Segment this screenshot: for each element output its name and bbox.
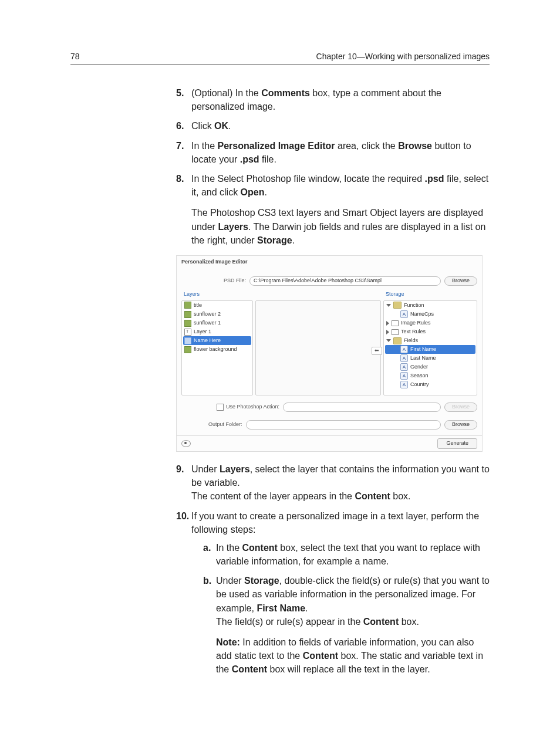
substep-number: a. <box>203 541 211 554</box>
field-icon: A <box>400 310 408 318</box>
text-layer-icon <box>184 337 191 344</box>
layer-item[interactable]: sunflower 1 <box>183 319 251 327</box>
browse-button[interactable]: Browse <box>444 276 477 286</box>
psd-file-input[interactable]: C:\Program Files\Adobe\Adobe Photoshop C… <box>249 276 441 286</box>
image-layer-icon <box>184 346 191 353</box>
image-layer-icon <box>184 302 191 309</box>
page-number: 78 <box>70 52 80 61</box>
tree-node[interactable]: Function <box>385 301 475 310</box>
layers-panel[interactable]: title sunflower 2 sunflower 1 Layer 1 Na… <box>181 300 253 395</box>
tree-node[interactable]: Image Rules <box>385 319 475 327</box>
text: In the Personalized Image Editor area, c… <box>191 141 471 164</box>
field-icon: A <box>400 363 408 371</box>
page: 78 Chapter 10—Working with personalized … <box>0 0 560 744</box>
output-folder-label: Output Folder: <box>208 421 242 428</box>
step-number: 9. <box>176 462 184 476</box>
text: The Photoshop CS3 text layers and Smart … <box>191 206 490 247</box>
text: The field(s) or rule(s) appear in the Co… <box>216 615 490 628</box>
step-number: 8. <box>176 172 184 185</box>
step-10: 10. If you want to create a personalized… <box>176 509 490 677</box>
layer-item[interactable]: flower background <box>183 345 251 354</box>
layers-column: Layers title sunflower 2 sunflower 1 Lay… <box>181 289 253 395</box>
action-browse-button[interactable]: Browse <box>444 403 477 412</box>
field-icon: A <box>400 372 408 380</box>
chapter-title: Chapter 10—Working with personalized ima… <box>316 52 490 61</box>
tree-leaf[interactable]: ACountry <box>385 380 475 389</box>
text: Under Storage, double-click the field(s)… <box>216 576 490 613</box>
use-action-checkbox[interactable] <box>217 404 224 411</box>
step-number: 7. <box>176 139 184 153</box>
storage-column: Storage Function ANameCps Image Rules Te… <box>383 289 477 395</box>
rules-icon <box>392 329 399 335</box>
field-icon: A <box>400 381 408 388</box>
tree-leaf[interactable]: AGender <box>385 363 475 371</box>
folder-icon <box>393 302 402 309</box>
text: In the Select Photoshop file window, loc… <box>191 174 488 197</box>
note: Note: In addition to fields of variable … <box>216 635 490 677</box>
disclosure-icon <box>386 304 391 307</box>
storage-title: Storage <box>383 289 477 300</box>
step-5: 5. (Optional) In the Comments box, type … <box>176 86 490 113</box>
layers-title: Layers <box>181 289 253 300</box>
step-6: 6. Click OK. <box>176 119 490 133</box>
text: In the Content box, select the text that… <box>216 543 480 566</box>
folder-icon <box>393 337 402 344</box>
step-10a: a. In the Content box, select the text t… <box>203 541 490 568</box>
field-icon: A <box>400 346 408 353</box>
text: The content of the layer appears in the … <box>191 489 490 503</box>
text: Click OK. <box>191 121 231 131</box>
disclosure-icon <box>386 339 391 342</box>
output-browse-button[interactable]: Browse <box>444 420 477 430</box>
rules-icon <box>392 320 399 326</box>
text: Under Layers, select the layer that cont… <box>191 464 490 488</box>
text: If you want to create a personalized ima… <box>191 511 479 535</box>
tree-leaf[interactable]: ALast Name <box>385 354 475 363</box>
step-7: 7. In the Personalized Image Editor area… <box>176 139 490 166</box>
layer-item[interactable]: title <box>183 301 251 310</box>
text: (Optional) In the Comments box, type a c… <box>191 88 441 111</box>
body-text: 5. (Optional) In the Comments box, type … <box>176 86 490 677</box>
step-number: 5. <box>176 86 184 100</box>
window-title: Personalized Image Editor <box>177 256 482 267</box>
layer-item[interactable]: Layer 1 <box>183 327 251 336</box>
step-9: 9. Under Layers, select the layer that c… <box>176 462 490 503</box>
layer-item-selected[interactable]: Name Here <box>183 336 251 345</box>
image-layer-icon <box>184 320 191 327</box>
step-8: 8. In the Select Photoshop file window, … <box>176 172 490 452</box>
page-header: 78 Chapter 10—Working with personalized … <box>70 52 490 65</box>
use-action-label: Use Photoshop Action: <box>226 403 279 411</box>
layer-item[interactable]: sunflower 2 <box>183 310 251 319</box>
image-layer-icon <box>184 311 191 318</box>
tree-node[interactable]: Text Rules <box>385 327 475 336</box>
field-icon: A <box>400 354 408 362</box>
substep-number: b. <box>203 574 211 587</box>
tree-leaf[interactable]: ANameCps <box>385 310 475 319</box>
action-input[interactable] <box>283 403 441 412</box>
text-layer-icon <box>184 329 191 336</box>
disclosure-icon <box>386 330 389 334</box>
step-number: 6. <box>176 119 184 133</box>
disclosure-icon <box>386 321 389 326</box>
output-folder-input[interactable] <box>246 420 441 430</box>
tree-node[interactable]: Fields <box>385 336 475 345</box>
preview-column: ⬅ <box>255 289 381 395</box>
tree-leaf[interactable]: ASeason <box>385 371 475 380</box>
screenshot-personalized-image-editor: Personalized Image Editor PSD File: C:\P… <box>176 255 483 452</box>
tree-leaf-selected[interactable]: AFirst Name <box>385 345 475 354</box>
psd-file-label: PSD File: <box>181 277 246 285</box>
step-10b: b. Under Storage, double-click the field… <box>203 574 490 676</box>
insert-arrow-button[interactable]: ⬅ <box>372 347 382 355</box>
preview-panel: ⬅ <box>255 300 381 395</box>
generate-button[interactable]: Generate <box>437 438 477 449</box>
step-number: 10. <box>176 509 189 523</box>
preview-icon[interactable] <box>181 440 191 447</box>
storage-panel[interactable]: Function ANameCps Image Rules Text Rules… <box>383 300 477 395</box>
